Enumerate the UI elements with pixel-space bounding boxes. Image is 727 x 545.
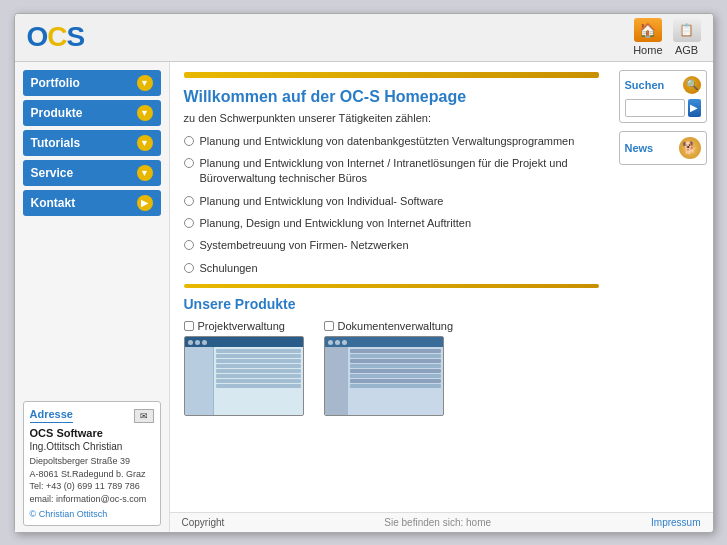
- main-content: Willkommen auf der OC-S Homepage zu den …: [170, 62, 613, 512]
- service-label: Service: [31, 166, 74, 180]
- top-bar: [184, 72, 599, 78]
- portfolio-arrow-icon: ▼: [137, 75, 153, 91]
- product-label-2: Dokumentenverwaltung: [338, 320, 454, 332]
- portfolio-label: Portfolio: [31, 76, 80, 90]
- logo-o: O: [27, 21, 48, 52]
- home-icon: 🏠: [634, 18, 662, 42]
- news-label: News: [625, 142, 654, 154]
- address-city: A-8061 St.Radegund b. Graz: [30, 468, 154, 481]
- product-checkbox[interactable]: [184, 321, 194, 331]
- main-layout: Portfolio ▼ Produkte ▼ Tutorials ▼ Servi…: [15, 62, 713, 532]
- address-company: OCS Software: [30, 427, 154, 439]
- bullet-icon: [184, 218, 194, 228]
- bullet-icon: [184, 158, 194, 168]
- list-text: Planung und Entwicklung von datenbankges…: [200, 134, 575, 149]
- produkte-arrow-icon: ▼: [137, 105, 153, 121]
- product-item-projektverwaltung: Projektverwaltung: [184, 320, 304, 416]
- list-item: Planung und Entwicklung von datenbankges…: [184, 134, 599, 149]
- search-input[interactable]: [625, 99, 685, 117]
- sidebar-item-service[interactable]: Service ▼: [23, 160, 161, 186]
- search-label: Suchen: [625, 79, 665, 91]
- product-thumbnail-projektverwaltung[interactable]: [184, 336, 304, 416]
- search-box: Suchen 🔍 ▶: [619, 70, 707, 123]
- logo-s: S: [67, 21, 85, 52]
- products-title: Unsere Produkte: [184, 296, 599, 312]
- search-input-row: ▶: [625, 99, 701, 117]
- sidebar-item-portfolio[interactable]: Portfolio ▼: [23, 70, 161, 96]
- news-icon: 🐕: [679, 137, 701, 159]
- mail-icon[interactable]: ✉: [134, 409, 154, 423]
- kontakt-label: Kontakt: [31, 196, 76, 210]
- main-window: OCS 🏠 Home 📋 AGB Portfolio ▼ Produkte ▼: [14, 13, 714, 533]
- sidebar-item-kontakt[interactable]: Kontakt ▶: [23, 190, 161, 216]
- list-text: Planung und Entwicklung von Individual- …: [200, 194, 444, 209]
- agb-nav-item[interactable]: 📋 AGB: [673, 18, 701, 56]
- product-checkbox-row: Projektverwaltung: [184, 320, 304, 332]
- welcome-subtitle: zu den Schwerpunkten unserer Tätigkeiten…: [184, 112, 599, 124]
- footer-impressum[interactable]: Impressum: [651, 517, 700, 528]
- agb-icon: 📋: [673, 18, 701, 42]
- address-name: Ing.Ottitsch Christian: [30, 441, 154, 452]
- sidebar-item-produkte[interactable]: Produkte ▼: [23, 100, 161, 126]
- home-label: Home: [633, 44, 662, 56]
- sidebar-item-tutorials[interactable]: Tutorials ▼: [23, 130, 161, 156]
- search-icon: 🔍: [683, 76, 701, 94]
- sidebar: Portfolio ▼ Produkte ▼ Tutorials ▼ Servi…: [15, 62, 170, 532]
- address-phone: Tel: +43 (0) 699 11 789 786: [30, 480, 154, 493]
- products-grid: Projektverwaltung: [184, 320, 599, 416]
- bullet-icon: [184, 240, 194, 250]
- address-email: email: information@oc-s.com: [30, 493, 154, 506]
- address-details: Diepoltsberger Straße 39 A-8061 St.Radeg…: [30, 455, 154, 505]
- bullet-icon: [184, 263, 194, 273]
- address-header: Adresse ✉: [30, 408, 154, 423]
- list-item: Systembetreuung von Firmen- Netzwerken: [184, 238, 599, 253]
- product-label: Projektverwaltung: [198, 320, 285, 332]
- news-box: News 🐕: [619, 131, 707, 165]
- search-header: Suchen 🔍: [625, 76, 701, 94]
- header: OCS 🏠 Home 📋 AGB: [15, 14, 713, 62]
- header-nav: 🏠 Home 📋 AGB: [633, 18, 700, 56]
- list-item: Planung, Design und Entwicklung von Inte…: [184, 216, 599, 231]
- search-go-button[interactable]: ▶: [688, 99, 701, 117]
- home-nav-item[interactable]: 🏠 Home: [633, 18, 662, 56]
- footer-copyright: Copyright: [182, 517, 225, 528]
- service-arrow-icon: ▼: [137, 165, 153, 181]
- list-item: Planung und Entwicklung von Individual- …: [184, 194, 599, 209]
- address-title: Adresse: [30, 408, 73, 423]
- tutorials-label: Tutorials: [31, 136, 81, 150]
- tutorials-arrow-icon: ▼: [137, 135, 153, 151]
- kontakt-arrow-icon: ▶: [137, 195, 153, 211]
- logo: OCS: [27, 21, 85, 53]
- product-thumbnail-dokumentenverwaltung[interactable]: [324, 336, 444, 416]
- address-box: Adresse ✉ OCS Software Ing.Ottitsch Chri…: [23, 401, 161, 525]
- address-street: Diepoltsberger Straße 39: [30, 455, 154, 468]
- product-checkbox-row-2: Dokumentenverwaltung: [324, 320, 454, 332]
- produkte-label: Produkte: [31, 106, 83, 120]
- welcome-title: Willkommen auf der OC-S Homepage: [184, 88, 599, 106]
- list-text: Schulungen: [200, 261, 258, 276]
- list-text: Planung und Entwicklung von Internet / I…: [200, 156, 599, 187]
- footer: Copyright Sie befinden sich: home Impres…: [170, 512, 713, 532]
- right-panel: Suchen 🔍 ▶ News 🐕: [613, 62, 713, 512]
- list-item: Planung und Entwicklung von Internet / I…: [184, 156, 599, 187]
- news-header: News 🐕: [625, 137, 701, 159]
- footer-location: Sie befinden sich: home: [384, 517, 491, 528]
- list-text: Planung, Design und Entwicklung von Inte…: [200, 216, 472, 231]
- bullet-icon: [184, 136, 194, 146]
- content-top: Willkommen auf der OC-S Homepage zu den …: [170, 62, 713, 512]
- logo-c: C: [47, 21, 66, 52]
- product-checkbox-2[interactable]: [324, 321, 334, 331]
- address-copyright: © Christian Ottitsch: [30, 509, 154, 519]
- bullet-icon: [184, 196, 194, 206]
- divider: [184, 284, 599, 288]
- agb-label: AGB: [675, 44, 698, 56]
- product-item-dokumentenverwaltung: Dokumentenverwaltung: [324, 320, 454, 416]
- list-item: Schulungen: [184, 261, 599, 276]
- content-area: Willkommen auf der OC-S Homepage zu den …: [170, 62, 713, 532]
- list-text: Systembetreuung von Firmen- Netzwerken: [200, 238, 409, 253]
